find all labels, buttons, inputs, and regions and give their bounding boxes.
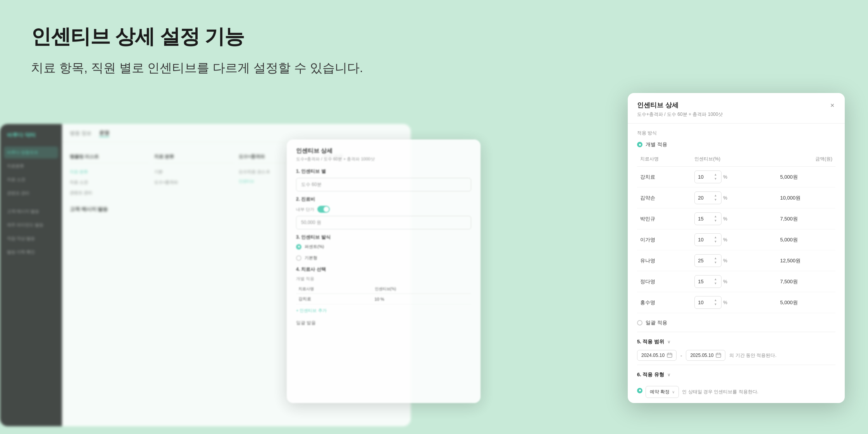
th-amount: 금액(원) — [777, 153, 835, 167]
date-range-row: 2024.05.10 - 2025.05.10 — [637, 350, 835, 361]
section-6-row: 예약 확정 ∨ 인 상태일 경우 인센티브를 적용한다. — [637, 383, 835, 398]
mid-section-1: 1. 인센티브 별 — [296, 168, 471, 175]
date-separator: - — [680, 353, 682, 358]
stepper-2[interactable]: ▲ ▼ — [713, 194, 718, 202]
table-row: 홍수명 10 ▲ ▼ % — [637, 292, 835, 313]
pct-label-2: % — [723, 195, 727, 201]
incentive-input-group-4[interactable]: 10 ▲ ▼ % — [694, 233, 774, 246]
incentive-input-5[interactable]: 25 ▲ ▼ — [694, 254, 722, 267]
amount-3: 7,500원 — [780, 216, 798, 222]
staff-name-5: 유나영 — [640, 258, 655, 264]
stepper-1[interactable]: ▲ ▼ — [713, 173, 718, 181]
stepper-up-7[interactable]: ▲ — [713, 298, 718, 302]
stepper-down-1[interactable]: ▼ — [713, 177, 718, 181]
staff-name-6: 정다영 — [640, 279, 655, 284]
mid-td-value: 10 % — [372, 294, 471, 305]
mid-field-2-value: 50,000 원 — [301, 219, 321, 226]
stepper-up-4[interactable]: ▲ — [713, 236, 718, 239]
incentive-input-group-6[interactable]: 15 ▲ ▼ % — [694, 275, 774, 288]
dialog-main-title: 인센티브 상세 — [637, 101, 835, 110]
mid-field-1: 도수 60분 — [296, 178, 471, 191]
individual-radio-button[interactable] — [637, 142, 642, 147]
stepper-up-6[interactable]: ▲ — [713, 277, 718, 281]
main-background: 인센티브 상세 설정 기능 치료 항목, 직원 별로 인센티브를 다르게 설정할… — [0, 0, 868, 434]
incentive-input-1[interactable]: 10 ▲ ▼ — [694, 170, 722, 183]
individual-radio-row[interactable]: 개별 적용 — [637, 141, 835, 148]
incentive-input-group-7[interactable]: 10 ▲ ▼ % — [694, 296, 774, 309]
page-subtitle: 치료 항목, 직원 별로 인센티브를 다르게 설정할 수 있습니다. — [31, 60, 837, 77]
mid-field-1-value: 도수 60분 — [301, 181, 322, 188]
incentive-input-3[interactable]: 15 ▲ ▼ — [694, 212, 722, 225]
dialog-close-button[interactable]: × — [828, 101, 837, 110]
dialog-main-header: 인센티브 상세 도수+충격파 / 도수 60분 + 충격파 1000샷 × — [628, 93, 845, 124]
staff-name-3: 박민규 — [640, 216, 655, 222]
sidebar-msg-2: 직접 직상 발송 — [4, 232, 58, 245]
stepper-down-4[interactable]: ▼ — [713, 240, 718, 244]
stepper-up-3[interactable]: ▲ — [713, 215, 718, 219]
stepper-down-2[interactable]: ▼ — [713, 198, 718, 202]
end-date-field[interactable]: 2025.05.10 — [686, 350, 725, 361]
table-row: 강치료 10 ▲ ▼ % — [637, 167, 835, 188]
amount-7: 5,000원 — [780, 300, 798, 305]
incentive-input-6[interactable]: 15 ▲ ▼ — [694, 275, 722, 288]
section-6-dropdown[interactable]: 예약 확정 ∨ — [646, 386, 679, 398]
col-1: 템플링 리스트 치료 분류 치료 소견 관련조 관리 — [70, 150, 150, 198]
table-row: 정다영 15 ▲ ▼ % — [637, 271, 835, 292]
stepper-5[interactable]: ▲ ▼ — [713, 257, 718, 265]
mid-th-incentive: 인센티브(%) — [372, 285, 471, 294]
stepper-up-5[interactable]: ▲ — [713, 257, 718, 260]
stepper-down-3[interactable]: ▼ — [713, 219, 718, 223]
stepper-7[interactable]: ▲ ▼ — [713, 298, 718, 307]
staff-name-2: 김약손 — [640, 195, 655, 201]
incentive-value-4: 10 — [698, 237, 703, 243]
incentive-input-4[interactable]: 10 ▲ ▼ — [694, 233, 722, 246]
dialog-mid: 인센티브 상세 도수+충격파 / 도수 60분 + 충격파 1000샷 1. 인… — [287, 140, 480, 403]
col-2-item-2: 도수+충격파 — [154, 177, 234, 188]
col-1-item-3: 관련조 관리 — [70, 188, 150, 198]
svg-rect-0 — [667, 353, 672, 358]
incentive-input-group-5[interactable]: 25 ▲ ▼ % — [694, 254, 774, 267]
dialog-mid-title: 인센티브 상세 — [296, 147, 471, 155]
incentive-input-7[interactable]: 10 ▲ ▼ — [694, 296, 722, 309]
mid-incentive-table: 치료사명 인센티브(%) 강치료 10 % — [296, 285, 471, 305]
stepper-6[interactable]: ▲ ▼ — [713, 277, 718, 286]
col-2: 치료 분류 기본 도수+충격파 — [154, 150, 234, 198]
pct-label-3: % — [723, 216, 727, 222]
mid-radio-label-2: 기본형 — [305, 255, 317, 261]
table-row: 이가영 10 ▲ ▼ % — [637, 229, 835, 250]
mid-individual-label: 개별 적용 — [296, 276, 471, 282]
partial-section: 적용 방식 — [637, 130, 835, 136]
incentive-input-group-1[interactable]: 10 ▲ ▼ % — [694, 170, 774, 183]
incentive-input-2[interactable]: 20 ▲ ▼ — [694, 191, 722, 204]
section-6-radio[interactable] — [637, 388, 642, 393]
sidebar-item-3: 관련조 관리 — [4, 187, 58, 199]
stepper-up-1[interactable]: ▲ — [713, 173, 718, 177]
stepper-up-2[interactable]: ▲ — [713, 194, 718, 198]
mid-radio-label-1: 퍼센트(%) — [305, 244, 324, 250]
amount-2: 10,000원 — [780, 195, 801, 201]
table-row: 김약손 20 ▲ ▼ % — [637, 188, 835, 208]
stepper-down-6[interactable]: ▼ — [713, 282, 718, 286]
section-5: 5. 적용 범위 ∨ 2024.05.10 - 2025.05.10 — [637, 338, 835, 361]
stepper-4[interactable]: ▲ ▼ — [713, 236, 718, 244]
stepper-down-7[interactable]: ▼ — [713, 303, 718, 307]
section-6-label: 6. 적용 유형 — [637, 372, 664, 377]
col-1-header: 템플링 리스트 — [70, 150, 150, 164]
incentive-input-group-2[interactable]: 20 ▲ ▼ % — [694, 191, 774, 204]
start-date-field[interactable]: 2024.05.10 — [637, 350, 677, 361]
staff-name-4: 이가영 — [640, 237, 655, 243]
bulk-radio-row[interactable]: 일괄 적용 — [637, 319, 835, 326]
table-row: 박민규 15 ▲ ▼ % — [637, 208, 835, 229]
bulk-radio-button[interactable] — [637, 320, 642, 326]
incentive-value-2: 20 — [698, 195, 703, 201]
col-2-header: 치료 분류 — [154, 150, 234, 164]
stepper-down-5[interactable]: ▼ — [713, 261, 718, 265]
chevron-down-section6: ∨ — [667, 372, 670, 377]
stepper-3[interactable]: ▲ ▼ — [713, 215, 718, 223]
th-staff-name: 치료사명 — [637, 153, 691, 167]
incentive-input-group-3[interactable]: 15 ▲ ▼ % — [694, 212, 774, 225]
sidebar-msg-3: 발송 이력 확인 — [4, 246, 58, 258]
incentive-value-6: 15 — [698, 279, 703, 284]
mid-table-row-1: 강치료 10 % — [296, 294, 471, 305]
incentive-value-7: 10 — [698, 300, 703, 305]
